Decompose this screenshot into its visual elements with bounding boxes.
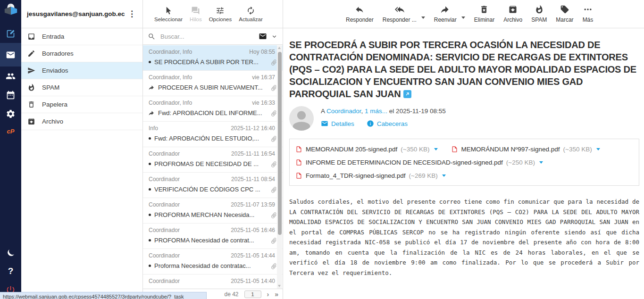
calendar-icon[interactable] <box>0 85 21 104</box>
message-row[interactable]: Info2025-11-12 16:40 Fwd: APROBACIÓN DEL… <box>143 122 283 147</box>
mark-label: Marcar <box>556 17 573 23</box>
recipient-link[interactable]: Coordinador <box>326 108 361 115</box>
attachment-dropdown-caret-icon[interactable] <box>539 161 543 164</box>
select-button[interactable]: Seleccionar <box>154 6 183 22</box>
tag-icon <box>560 5 569 14</box>
mail-source-icon[interactable] <box>259 32 267 41</box>
reply-all-label: Responder ... <box>383 17 417 23</box>
message-row[interactable]: Coordinador, Infovie 16:33 Fwd: APROBACI… <box>143 96 283 122</box>
archive-button[interactable]: Archivo <box>503 5 522 23</box>
pdf-file-icon <box>295 145 302 153</box>
cpanel-icon[interactable]: cP <box>7 123 15 139</box>
scroll-down-arrow-icon[interactable] <box>278 285 281 287</box>
headers-label: Cabeceras <box>377 120 408 127</box>
attachment-item[interactable]: INFORME DE DETERMINACION DE NECESIDAD-si… <box>295 158 543 166</box>
folder-label: Papelera <box>42 101 67 108</box>
sliders-icon <box>216 6 225 15</box>
chevron-down-icon[interactable] <box>271 33 278 40</box>
search-icon <box>148 33 156 41</box>
details-link[interactable]: Detalles <box>321 120 354 127</box>
folder-item-borradores[interactable]: Borradores <box>21 45 142 62</box>
refresh-button[interactable]: Actualizar <box>239 6 263 22</box>
unread-dot-icon <box>149 188 151 191</box>
attachments-box: MEMORANDUM 205-signed.pdf (~350 KB) MEMO… <box>289 139 639 186</box>
page-number-box[interactable]: 1 <box>244 291 261 298</box>
compose-icon[interactable] <box>0 24 21 43</box>
app-logo-icon <box>3 2 18 17</box>
attachment-name: INFORME DE DETERMINACION DE NECESIDAD-si… <box>306 159 503 166</box>
scrollbar-thumb[interactable] <box>278 52 282 235</box>
help-icon[interactable]: ? <box>8 262 14 280</box>
folder-item-archivo[interactable]: Archivo <box>21 113 142 130</box>
headers-link[interactable]: Cabeceras <box>367 120 408 127</box>
next-page-icon[interactable]: › <box>267 291 269 298</box>
message-subject: VERIFICACIÓN DE CÓDIGOS CPC ... <box>154 186 260 193</box>
forwarded-icon <box>149 110 155 116</box>
folder-item-enviados[interactable]: Enviados <box>21 62 142 79</box>
message-row[interactable]: Coordinador, Infovie 16:37 PROCEDER A SU… <box>143 71 283 96</box>
paperclip-icon <box>270 110 277 117</box>
message-date: Hoy 08:55 <box>249 49 275 55</box>
reply-all-dropdown-caret-icon[interactable] <box>421 17 425 19</box>
folder-item-entrada[interactable]: Entrada <box>21 28 142 45</box>
contacts-icon[interactable] <box>0 66 21 85</box>
attachment-size: (~350 KB) <box>563 146 592 153</box>
settings-gear-icon[interactable] <box>0 104 21 123</box>
message-row[interactable]: Coordinador2025-11-07 13:59 PROFORMA MER… <box>143 198 283 224</box>
folder-label: Archivo <box>42 118 63 125</box>
message-row[interactable]: Coordinador2025-11-05 14:40 <box>143 274 283 289</box>
delete-label: Eliminar <box>474 17 494 23</box>
pagination-total: de 42 <box>225 291 239 298</box>
email-subject: SE PROCEDRÁ A SUBIR POR TERCERA OCASIÓN … <box>289 39 639 100</box>
search-bar <box>143 28 283 45</box>
spam-button[interactable]: SPAM <box>531 5 547 23</box>
folder-item-spam[interactable]: SPAM <box>21 79 142 96</box>
envelope-icon <box>321 120 328 127</box>
attachment-size: (~350 KB) <box>401 146 429 153</box>
delete-button[interactable]: Eliminar <box>474 5 494 23</box>
external-link-icon[interactable] <box>403 90 411 98</box>
options-button[interactable]: Opciones <box>209 6 232 22</box>
attachment-dropdown-caret-icon[interactable] <box>442 174 446 177</box>
last-page-icon[interactable]: » <box>275 291 278 298</box>
reply-button[interactable]: Responder <box>346 5 374 23</box>
forward-button[interactable]: Reenviar <box>434 5 457 23</box>
ellipsis-icon <box>583 5 593 14</box>
more-button[interactable]: Más <box>583 5 594 23</box>
attachment-dropdown-caret-icon[interactable] <box>434 148 438 150</box>
paperclip-icon <box>270 59 277 66</box>
list-scrollbar[interactable] <box>277 45 282 289</box>
mark-button[interactable]: Marcar <box>556 5 573 23</box>
more-recipients-link[interactable]: 1 más... <box>365 108 387 115</box>
message-subject: Fwd: APROBACIÓN DEL ESTUDIO,... <box>154 135 259 142</box>
fire-icon <box>27 83 35 91</box>
message-date: 2025-11-05 14:40 <box>231 278 275 284</box>
email-subject-text: SE PROCEDRÁ A SUBIR POR TERCERA OCASIÓN … <box>289 40 636 99</box>
folder-item-papelera[interactable]: Papelera <box>21 96 142 113</box>
account-email: jesusgavilanes@sanjuan.gob.ec <box>27 10 125 17</box>
attachment-item[interactable]: MEMORANDUM 205-signed.pdf (~350 KB) <box>295 145 438 153</box>
message-row[interactable]: Coordinador, InfoHoy 08:55 SE PROCEDRÁ A… <box>143 45 283 71</box>
message-from: Coordinador <box>149 201 180 208</box>
recipient-separator: , <box>361 108 365 115</box>
message-from: Coordinador, Info <box>149 100 192 106</box>
dark-mode-moon-icon[interactable] <box>0 243 21 262</box>
message-row[interactable]: Coordinador2025-11-11 08:54 VERIFICACIÓN… <box>143 173 283 198</box>
message-date: 2025-11-05 14:44 <box>231 252 275 259</box>
threads-button[interactable]: Hilos <box>190 6 202 22</box>
mail-icon[interactable] <box>0 43 21 66</box>
search-input[interactable] <box>159 33 255 41</box>
attachment-item[interactable]: Formato_4_TDR-signed-signed.pdf (~269 KB… <box>295 172 446 180</box>
message-subject: SE PROCEDRÁ A SUBIR POR TER... <box>154 58 259 66</box>
attachment-item[interactable]: MEMORÁNDUM Nº997-signed.pdf (~350 KB) <box>451 145 600 153</box>
scroll-up-arrow-icon[interactable] <box>278 47 281 49</box>
message-row[interactable]: Coordinador2025-11-11 16:54 PROFROMAS DE… <box>143 147 283 173</box>
reply-all-button[interactable]: Responder ... <box>383 5 417 23</box>
forward-dropdown-caret-icon[interactable] <box>461 17 465 19</box>
account-menu-kebab-icon[interactable]: ⋮ <box>126 9 138 19</box>
message-row[interactable]: Coordinador2025-11-05 16:46 PROFORMA Nec… <box>143 224 283 249</box>
attachment-dropdown-caret-icon[interactable] <box>596 148 600 150</box>
message-row[interactable]: Coordinador2025-11-05 14:44 Proforma Nec… <box>143 249 283 274</box>
unread-dot-icon <box>149 137 151 140</box>
message-subject: PROFORMA Necesidad de contrat... <box>154 237 254 244</box>
